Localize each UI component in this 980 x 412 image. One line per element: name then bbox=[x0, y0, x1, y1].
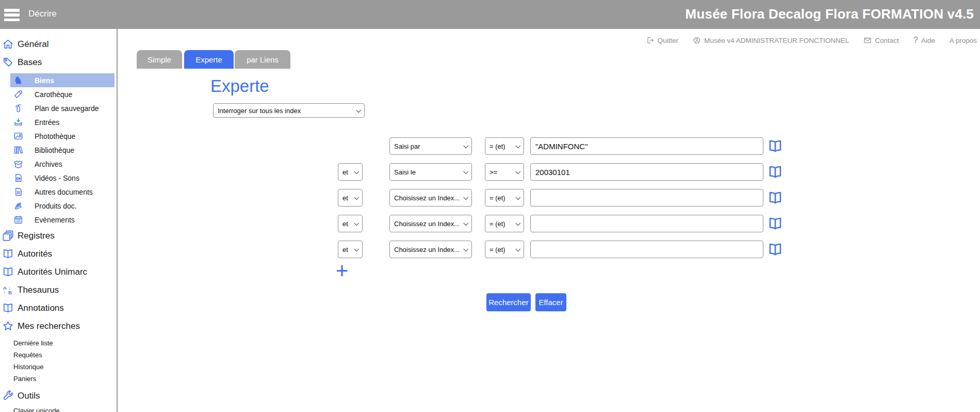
value-input-row1[interactable] bbox=[530, 137, 763, 155]
index-browse-book-icon[interactable] bbox=[767, 242, 783, 257]
sidebar-item-outils[interactable]: Outils bbox=[0, 387, 117, 405]
operator-select-wrap: >= bbox=[485, 163, 524, 181]
quit-label: Quitter bbox=[658, 37, 679, 44]
scope-select-wrap: Interroger sur tous les index bbox=[213, 103, 365, 118]
open-box-icon bbox=[13, 159, 23, 169]
about-button[interactable]: A propos bbox=[950, 37, 977, 44]
header-bar: Décrire Musée Flora Decalog Flora FORMAT… bbox=[0, 0, 980, 29]
module-label: Décrire bbox=[28, 9, 57, 19]
clear-button[interactable]: Effacer bbox=[535, 293, 566, 311]
sidebar-item-requetes[interactable]: Requêtes bbox=[0, 349, 117, 361]
index-browse-book-icon[interactable] bbox=[767, 190, 783, 205]
menu-icon[interactable] bbox=[4, 9, 20, 21]
index-select-row3[interactable]: Choisissez un Index... bbox=[389, 189, 472, 207]
index-select-row4[interactable]: Choisissez un Index... bbox=[389, 215, 472, 232]
sidebar-item-entrees[interactable]: Entrées bbox=[0, 115, 117, 129]
sidebar-item-historique[interactable]: Historique bbox=[0, 361, 117, 373]
user-menu[interactable]: Musée v4 ADMINISTRATEUR FONCTIONNEL bbox=[693, 36, 849, 44]
sidebar-item-biens[interactable]: ♞ Biens bbox=[10, 73, 115, 87]
sidebar-item-archives[interactable]: Archives bbox=[0, 157, 117, 171]
document-icon bbox=[13, 187, 23, 197]
sidebar-item-videos-sons[interactable]: Vidéos - Sons bbox=[0, 171, 117, 185]
sidebar-item-annotations[interactable]: Annotations bbox=[0, 299, 117, 317]
index-browse-book-icon[interactable] bbox=[767, 138, 783, 154]
tab-par-liens[interactable]: par Liens bbox=[235, 50, 290, 69]
toolbar: Quitter Musée v4 ADMINISTRATEUR FONCTION… bbox=[646, 29, 977, 52]
sidebar-item-mes-recherches[interactable]: Mes recherches bbox=[0, 317, 117, 335]
sidebar-item-bibliotheque[interactable]: Bibliothèque bbox=[0, 143, 117, 157]
sidebar-item-thesaurus[interactable]: A↓↑B Thesaurus bbox=[0, 281, 117, 299]
sidebar-item-label: Archives bbox=[35, 160, 62, 168]
sidebar-item-autorites-unimarc[interactable]: Autorités Unimarc bbox=[0, 263, 117, 281]
operator-select-wrap: = (et) bbox=[485, 189, 524, 207]
sidebar-item-label: Thesaurus bbox=[18, 285, 59, 295]
index-select-wrap: Choisissez un Index... bbox=[389, 189, 472, 207]
sidebar-item-general[interactable]: Général bbox=[0, 35, 117, 53]
bool-select-row2[interactable]: et bbox=[338, 163, 363, 181]
sidebar-item-label: Bases bbox=[18, 57, 42, 68]
sidebar-item-label: Dernière liste bbox=[13, 339, 53, 347]
bool-select-row4[interactable]: et bbox=[338, 215, 363, 232]
index-select-row1[interactable]: Saisi par bbox=[389, 137, 472, 155]
envelope-icon bbox=[863, 36, 872, 44]
fire-extinguisher-icon bbox=[13, 103, 23, 114]
index-select-wrap: Choisissez un Index... bbox=[389, 215, 472, 232]
sidebar-item-phototheque[interactable]: Photothèque bbox=[0, 129, 117, 143]
operator-select-row1[interactable]: = (et) bbox=[485, 137, 524, 155]
add-criterion-button[interactable]: + bbox=[333, 260, 351, 282]
app-window: Décrire Musée Flora Decalog Flora FORMAT… bbox=[0, 0, 980, 412]
sidebar-item-label: Paniers bbox=[13, 375, 36, 383]
plus-icon: + bbox=[336, 259, 349, 283]
scope-select[interactable]: Interroger sur tous les index bbox=[213, 103, 365, 118]
contact-button[interactable]: Contact bbox=[863, 36, 899, 44]
calendar-icon bbox=[13, 215, 23, 225]
open-book-icon bbox=[2, 248, 14, 260]
sidebar-item-label: Photothèque bbox=[35, 132, 75, 140]
sidebar-item-clavier-unicode[interactable]: Clavier unicode bbox=[0, 405, 117, 412]
sidebar-item-label: Autres documents bbox=[35, 188, 93, 196]
sidebar-item-registres[interactable]: Registres bbox=[0, 227, 117, 245]
wrench-icon bbox=[2, 390, 14, 402]
sidebar-item-label: Carothèque bbox=[35, 90, 72, 99]
tab-simple[interactable]: Simple bbox=[137, 50, 182, 69]
sidebar: Général Bases ♞ Biens Carothèque Plan de… bbox=[0, 29, 118, 412]
core-sample-icon bbox=[13, 89, 23, 100]
help-label: Aide bbox=[921, 37, 935, 44]
sidebar-item-autres-documents[interactable]: Autres documents bbox=[0, 185, 117, 199]
index-browse-book-icon[interactable] bbox=[767, 216, 783, 231]
sidebar-item-paniers[interactable]: Paniers bbox=[0, 373, 117, 385]
search-button[interactable]: Rechercher bbox=[486, 293, 531, 311]
index-browse-book-icon[interactable] bbox=[767, 164, 783, 180]
question-mark-icon: ? bbox=[913, 36, 918, 45]
sidebar-item-carotheque[interactable]: Carothèque bbox=[0, 87, 117, 101]
sort-ab-icon: A↓↑B bbox=[2, 284, 14, 296]
quit-button[interactable]: Quitter bbox=[646, 36, 679, 44]
sidebar-item-plan-de-sauvegarde[interactable]: Plan de sauvegarde bbox=[0, 101, 117, 115]
operator-select-row4[interactable]: = (et) bbox=[485, 215, 524, 232]
operator-select-row5[interactable]: = (et) bbox=[485, 241, 524, 258]
sidebar-item-label: Annotations bbox=[18, 303, 64, 313]
operator-select-row3[interactable]: = (et) bbox=[485, 189, 524, 207]
bool-select-row5[interactable]: et bbox=[338, 241, 363, 258]
sidebar-item-label: Mes recherches bbox=[18, 321, 80, 331]
tab-label: Simple bbox=[148, 55, 171, 64]
bool-select-wrap: et bbox=[338, 241, 363, 258]
sidebar-item-label: Général bbox=[18, 39, 48, 50]
operator-select-row2[interactable]: >= bbox=[485, 163, 524, 181]
sidebar-item-label: Bibliothèque bbox=[35, 146, 74, 154]
index-select-row5[interactable]: Choisissez un Index... bbox=[389, 241, 472, 258]
help-button[interactable]: ? Aide bbox=[913, 36, 935, 45]
sidebar-item-bases[interactable]: Bases bbox=[0, 53, 117, 71]
value-input-row5[interactable] bbox=[530, 241, 763, 258]
sidebar-item-produits-doc[interactable]: Produits doc. bbox=[0, 199, 117, 213]
tab-experte[interactable]: Experte bbox=[184, 50, 234, 69]
index-select-row2[interactable]: Saisi le bbox=[389, 163, 472, 181]
sidebar-item-derniere-liste[interactable]: Dernière liste bbox=[0, 337, 117, 349]
sidebar-item-autorites[interactable]: Autorités bbox=[0, 245, 117, 263]
value-input-row4[interactable] bbox=[530, 215, 763, 232]
value-input-row2[interactable] bbox=[530, 163, 763, 181]
value-input-row3[interactable] bbox=[530, 189, 763, 207]
sidebar-item-evenements[interactable]: Evènements bbox=[0, 213, 117, 227]
sidebar-item-label: Entrées bbox=[35, 118, 59, 126]
bool-select-row3[interactable]: et bbox=[338, 189, 363, 207]
